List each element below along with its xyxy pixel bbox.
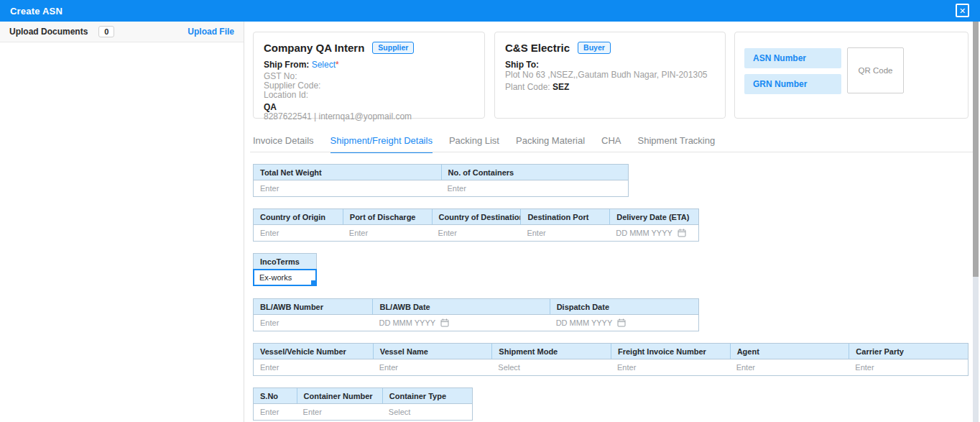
form-tabs: Invoice Details Shipment/Freight Details… xyxy=(253,135,715,153)
container-table: S.No Container Number Container Type Ent… xyxy=(253,387,473,421)
vessel-name-input[interactable]: Enter xyxy=(373,359,492,375)
upload-documents-label: Upload Documents xyxy=(9,27,88,37)
bl-awb-table-row: Enter DD MMM YYYY DD MMM YYYY xyxy=(254,315,698,331)
weight-table: Total Net Weight No. of Containers Enter… xyxy=(253,164,629,197)
header-shipment-mode: Shipment Mode xyxy=(491,344,611,359)
header-agent: Agent xyxy=(730,344,849,359)
carrier-party-input[interactable]: Enter xyxy=(849,359,968,375)
tab-packing-list[interactable]: Packing List xyxy=(449,135,499,153)
close-icon[interactable]: ✕ xyxy=(956,4,969,17)
tab-shipment-freight-details[interactable]: Shipment/Freight Details xyxy=(330,135,433,153)
upload-documents-panel: Upload Documents 0 Upload File xyxy=(0,22,244,422)
dispatch-date-input[interactable]: DD MMM YYYY xyxy=(550,315,698,331)
supplier-badge: Supplier xyxy=(372,42,414,54)
plant-code-value: SEZ xyxy=(553,82,569,92)
port-of-discharge-input[interactable]: Enter xyxy=(343,225,432,241)
incoterms-group: IncoTerms Ex-works xyxy=(253,253,317,286)
upload-count-badge: 0 xyxy=(98,26,114,37)
header-bl-awb-number: BL/AWB Number xyxy=(254,299,372,314)
buyer-name: C&S Electric xyxy=(505,42,570,54)
header-vessel-name: Vessel Name xyxy=(373,344,492,359)
ship-to-label: Ship To: xyxy=(505,60,539,70)
header-total-net-weight: Total Net Weight xyxy=(254,165,441,180)
dialog-title: Create ASN xyxy=(10,6,63,17)
required-mark: * xyxy=(336,60,339,70)
bl-awb-date-input[interactable]: DD MMM YYYY xyxy=(372,315,549,331)
header-country-of-destination: Country of Destination xyxy=(432,209,521,224)
header-destination-port: Destination Port xyxy=(520,209,609,224)
tab-packing-material[interactable]: Packing Material xyxy=(516,135,585,153)
header-carrier-party: Carrier Party xyxy=(849,344,968,359)
header-container-type: Container Type xyxy=(382,388,472,403)
bl-awb-number-input[interactable]: Enter xyxy=(254,315,372,331)
plant-code-label: Plant Code: xyxy=(505,82,550,92)
upload-documents-header: Upload Documents 0 Upload File xyxy=(0,22,244,42)
supplier-card: Company QA Intern Supplier Ship From: Se… xyxy=(253,32,485,119)
header-bl-awb-date: BL/AWB Date xyxy=(372,299,549,314)
header-freight-invoice-number: Freight Invoice Number xyxy=(611,344,730,359)
header-delivery-date-eta: Delivery Date (ETA) xyxy=(609,209,698,224)
route-table-row: Enter Enter Enter Enter DD MMM YYYY xyxy=(254,225,698,241)
buyer-badge: Buyer xyxy=(578,42,611,54)
s-no-input[interactable]: Enter xyxy=(254,404,297,420)
ship-from-row: Ship From: Select* xyxy=(264,60,474,70)
weight-table-row: Enter Enter xyxy=(254,180,628,196)
header-vessel-vehicle-number: Vessel/Vehicle Number xyxy=(254,344,373,359)
header-dispatch-date: Dispatch Date xyxy=(550,299,698,314)
vessel-table: Vessel/Vehicle Number Vessel Name Shipme… xyxy=(253,343,969,376)
container-type-select[interactable]: Select xyxy=(382,404,472,420)
container-table-header: S.No Container Number Container Type xyxy=(254,388,472,404)
country-of-destination-input[interactable]: Enter xyxy=(432,225,521,241)
buyer-card: C&S Electric Buyer Ship To: Plot No 63 ,… xyxy=(494,32,726,119)
plant-code-row: Plant Code: SEZ xyxy=(505,83,715,92)
tab-invoice-details[interactable]: Invoice Details xyxy=(253,135,314,153)
route-table: Country of Origin Port of Discharge Coun… xyxy=(253,208,699,242)
bl-awb-table-header: BL/AWB Number BL/AWB Date Dispatch Date xyxy=(254,299,698,315)
cell-fill-handle[interactable] xyxy=(311,280,315,285)
incoterms-select[interactable]: Ex-works xyxy=(253,269,317,286)
calendar-icon[interactable] xyxy=(617,318,626,327)
country-of-origin-input[interactable]: Enter xyxy=(254,225,343,241)
delivery-date-input[interactable]: DD MMM YYYY xyxy=(609,225,698,241)
calendar-icon[interactable] xyxy=(678,229,686,237)
tab-cha[interactable]: CHA xyxy=(601,135,621,153)
ship-to-address: Plot No 63 ,NSEZ,,Gautam Budh Nagar, PIN… xyxy=(505,70,715,80)
freight-invoice-number-input[interactable]: Enter xyxy=(611,359,730,375)
scrollbar-thumb[interactable] xyxy=(973,22,979,277)
header-incoterms: IncoTerms xyxy=(253,253,317,270)
vessel-table-row: Enter Enter Select Enter Enter Enter xyxy=(254,359,968,375)
header-container-number: Container Number xyxy=(297,388,382,403)
vessel-table-header: Vessel/Vehicle Number Vessel Name Shipme… xyxy=(254,344,968,359)
header-port-of-discharge: Port of Discharge xyxy=(343,209,432,224)
tab-shipment-tracking[interactable]: Shipment Tracking xyxy=(638,135,716,153)
vertical-scrollbar[interactable] xyxy=(973,22,979,422)
weight-table-header: Total Net Weight No. of Containers xyxy=(254,165,628,180)
calendar-icon[interactable] xyxy=(440,318,449,327)
container-number-input[interactable]: Enter xyxy=(297,404,382,420)
grn-number-chip: GRN Number xyxy=(744,74,841,94)
asn-number-chip: ASN Number xyxy=(744,48,841,68)
qr-code-placeholder: QR Code xyxy=(847,47,904,93)
header-country-of-origin: Country of Origin xyxy=(254,209,343,224)
dialog-titlebar: Create ASN ✕ xyxy=(0,0,980,22)
destination-port-input[interactable]: Enter xyxy=(520,225,609,241)
upload-file-link[interactable]: Upload File xyxy=(188,27,234,37)
bl-awb-table: BL/AWB Number BL/AWB Date Dispatch Date … xyxy=(253,298,699,331)
location-id-label: Location Id: xyxy=(264,91,474,100)
total-net-weight-input[interactable]: Enter xyxy=(254,180,441,196)
route-table-header: Country of Origin Port of Discharge Coun… xyxy=(254,209,698,225)
asn-numbers-card: ASN Number GRN Number QR Code xyxy=(734,32,969,119)
header-no-of-containers: No. of Containers xyxy=(441,165,629,180)
ship-from-label: Ship From: xyxy=(264,60,309,70)
supplier-contact-details: 8287622541 | internqa1@yopmail.com xyxy=(264,112,474,121)
supplier-name: Company QA Intern xyxy=(264,42,364,54)
shipment-mode-select[interactable]: Select xyxy=(491,359,611,375)
vessel-vehicle-number-input[interactable]: Enter xyxy=(254,359,373,375)
header-s-no: S.No xyxy=(254,388,297,403)
tabs-divider xyxy=(250,152,973,152)
no-of-containers-input[interactable]: Enter xyxy=(441,180,629,196)
agent-input[interactable]: Enter xyxy=(730,359,849,375)
container-table-row: Enter Enter Select xyxy=(254,404,472,420)
ship-from-select-link[interactable]: Select xyxy=(312,60,336,70)
